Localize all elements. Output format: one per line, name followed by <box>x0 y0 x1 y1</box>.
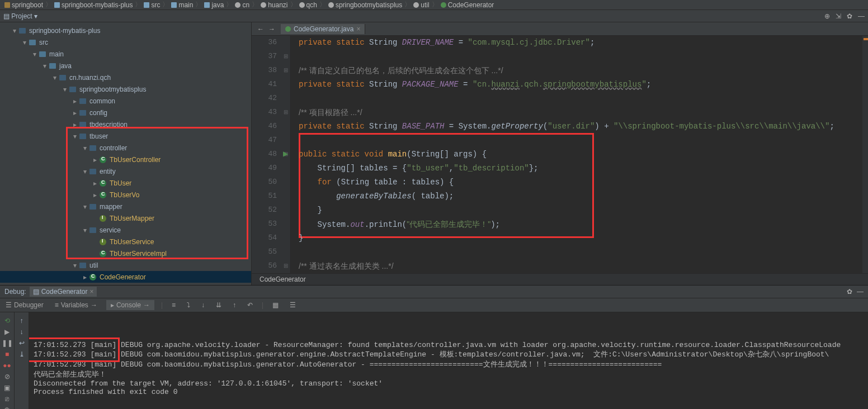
scroll-icon[interactable]: ⤓ <box>19 350 25 358</box>
wrap-icon[interactable]: ↩ <box>19 339 25 347</box>
breakpoints-icon[interactable]: ●● <box>3 362 11 369</box>
project-view-button[interactable]: ▤ Project ▾ <box>3 12 37 20</box>
bc-main[interactable]: main <box>171 1 193 9</box>
line-number[interactable]: 49 <box>268 164 277 172</box>
expand-arrow-icon[interactable]: ▸ <box>82 273 88 281</box>
code-line[interactable]: /** 项目根路径 ...*/ <box>299 108 362 118</box>
line-number[interactable]: 37 <box>268 52 277 60</box>
step-into-icon[interactable]: ↓ <box>199 301 207 309</box>
tree-item-common[interactable]: ▸common <box>0 95 251 107</box>
trace-icon[interactable]: ☰ <box>287 301 298 309</box>
nav-icon[interactable]: ≡ <box>169 301 178 309</box>
expand-arrow-icon[interactable]: ▸ <box>92 191 98 199</box>
bc-cn[interactable]: cn <box>235 1 249 9</box>
bc-src[interactable]: src <box>144 1 160 9</box>
settings-icon[interactable]: ✿ <box>847 12 852 20</box>
line-number[interactable]: 41 <box>268 80 277 88</box>
line-number[interactable]: 54 <box>268 234 277 242</box>
console-tab[interactable]: ▸ Console → <box>106 300 154 310</box>
line-number[interactable]: 55 <box>268 248 277 256</box>
tree-item-tbuser[interactable]: ▾tbuser <box>0 130 251 142</box>
line-number[interactable]: 42 <box>268 94 277 102</box>
expand-arrow-icon[interactable]: ▾ <box>21 39 28 46</box>
code-line[interactable]: private static String BASE_PATH = System… <box>299 122 834 131</box>
tree-item-java[interactable]: ▾java <box>0 60 251 72</box>
line-number[interactable]: 36 <box>268 38 277 46</box>
code-line[interactable]: public static void main(String[] args) { <box>299 150 487 159</box>
debug-config-tab[interactable]: ▤CodeGenerator× <box>30 287 97 297</box>
hide-icon[interactable]: — <box>858 12 865 20</box>
console-output[interactable]: 17:01:52.273 [main] DEBUG org.apache.vel… <box>29 312 868 409</box>
drop-frame-icon[interactable]: ↶ <box>245 301 255 309</box>
print-icon[interactable]: ⎚ <box>5 395 9 403</box>
tree-item-util[interactable]: ▾util <box>0 259 251 271</box>
tree-item-tbuser[interactable]: ▸TbUser <box>0 177 251 189</box>
gear-icon[interactable]: ✿ <box>847 288 852 296</box>
tree-item-tbuserservice[interactable]: TbUserService <box>0 236 251 248</box>
line-number[interactable]: 50 <box>268 178 277 186</box>
expand-arrow-icon[interactable]: ▾ <box>82 226 88 234</box>
line-number[interactable]: 46 <box>268 122 277 130</box>
target-icon[interactable]: ⊕ <box>824 12 830 20</box>
close-icon[interactable]: × <box>356 25 360 33</box>
fold-icon[interactable]: ⊞ <box>284 53 288 59</box>
expand-arrow-icon[interactable]: ▾ <box>62 85 68 93</box>
stop-icon[interactable]: ■ <box>5 350 9 358</box>
code-line[interactable]: generateByTables( table); <box>299 192 454 201</box>
expand-arrow-icon[interactable]: ▾ <box>31 50 38 58</box>
forward-icon[interactable]: → <box>268 25 275 33</box>
bc-qch[interactable]: qch <box>299 1 317 9</box>
code-line[interactable]: private static String PACKAGE_NAME = "cn… <box>299 80 651 89</box>
tree-item-codegenerator[interactable]: ▸CodeGenerator <box>0 271 251 283</box>
force-step-icon[interactable]: ⇊ <box>214 301 224 309</box>
code-line[interactable]: String[] tables = {"tb_user","tb_descrip… <box>299 164 539 173</box>
rerun-icon[interactable]: ⟲ <box>4 317 10 325</box>
line-number[interactable]: 51 <box>268 192 277 200</box>
expand-arrow-icon[interactable]: ▾ <box>82 203 88 211</box>
step-over-icon[interactable]: ⤵ <box>185 301 192 309</box>
expand-arrow-icon[interactable]: ▾ <box>41 62 48 70</box>
variables-tab[interactable]: ≡ Variables → <box>53 301 100 309</box>
tree-item-tbdescription[interactable]: ▸tbdescription <box>0 118 251 130</box>
trash-icon[interactable]: 🗑 <box>4 406 11 409</box>
line-number[interactable]: 48 <box>268 150 277 158</box>
expand-arrow-icon[interactable]: ▾ <box>82 144 88 152</box>
tree-item-tbuserserviceimpl[interactable]: TbUserServiceImpl <box>0 248 251 259</box>
expand-arrow-icon[interactable]: ▸ <box>92 179 98 187</box>
minimize-icon[interactable]: — <box>857 288 864 296</box>
code-editor[interactable]: 363738414243464748495051525354555659⊞⊞⊞⊞… <box>252 36 868 273</box>
tree-item-config[interactable]: ▸config <box>0 107 251 118</box>
bc-module[interactable]: springboot-mybatis-plus <box>54 1 133 9</box>
expand-arrow-icon[interactable]: ▸ <box>92 156 98 164</box>
bc-class[interactable]: CodeGenerator <box>441 1 494 9</box>
tree-item-controller[interactable]: ▾controller <box>0 142 251 154</box>
line-number[interactable]: 52 <box>268 206 277 214</box>
tree-item-mapper[interactable]: ▾mapper <box>0 201 251 212</box>
tree-item-springbootmybatisplus[interactable]: ▾springbootmybatisplus <box>0 83 251 95</box>
fold-icon[interactable]: ⊞ <box>284 263 288 269</box>
gutter[interactable]: 363738414243464748495051525354555659⊞⊞⊞⊞… <box>252 36 291 273</box>
fold-icon[interactable]: ⊞ <box>284 109 288 115</box>
tree-item-entity[interactable]: ▾entity <box>0 165 251 177</box>
down-icon[interactable]: ↓ <box>20 328 23 336</box>
line-number[interactable]: 38 <box>268 66 277 74</box>
code-line[interactable]: System.out.println("代码已全部生成完毕！"); <box>299 220 500 230</box>
code-line[interactable]: /** 请自定义自己的包名，后续的代码生成会在这个包下 ...*/ <box>299 66 503 76</box>
collapse-icon[interactable]: ⇲ <box>836 12 841 20</box>
code-line[interactable]: } <box>299 234 303 242</box>
line-number[interactable]: 43 <box>268 108 277 116</box>
run-gutter-icon[interactable]: ▶ <box>283 150 288 158</box>
tree-item-springboot-mybatis-plus[interactable]: ▾springboot-mybatis-plus <box>0 25 251 36</box>
bc-util[interactable]: util <box>413 1 429 9</box>
line-number[interactable]: 56 <box>268 261 277 270</box>
step-out-icon[interactable]: ↑ <box>230 301 238 309</box>
editor-breadcrumb[interactable]: CodeGenerator <box>252 273 868 285</box>
layout-icon[interactable]: ▣ <box>4 384 10 392</box>
eval-icon[interactable]: ▦ <box>270 301 281 309</box>
code-line[interactable]: private static String DRIVER_NAME = "com… <box>299 38 595 47</box>
mute-icon[interactable]: ⊘ <box>4 373 10 381</box>
bc-springbootmbp[interactable]: springbootmybatisplus <box>328 1 402 9</box>
pause-icon[interactable]: ❚❚ <box>2 339 13 347</box>
tree-item-main[interactable]: ▾main <box>0 48 251 60</box>
expand-arrow-icon[interactable]: ▸ <box>72 109 78 117</box>
